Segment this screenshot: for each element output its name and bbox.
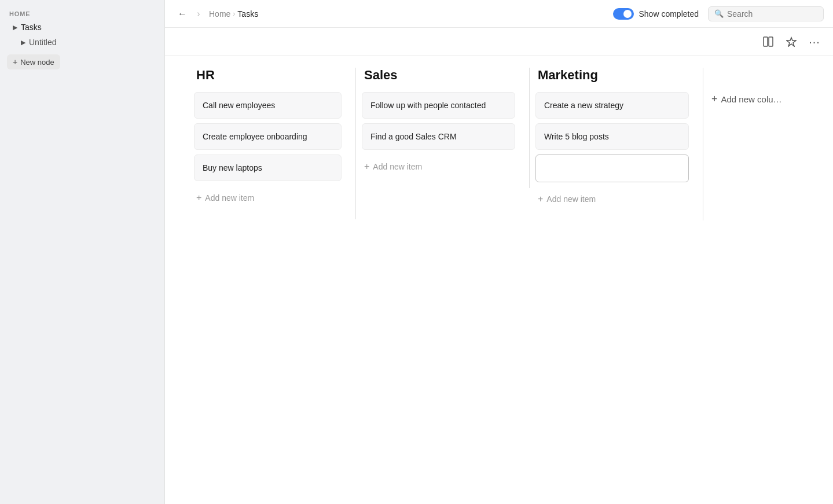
add-plus-icon: + [364,161,369,172]
view-columns-button[interactable] [759,32,777,51]
add-item-button-hr[interactable]: +Add new item [194,188,342,208]
search-input[interactable] [727,9,817,19]
new-node-label: New node [20,58,54,67]
card-sales-0[interactable]: Follow up with people contacted [362,92,515,119]
sidebar-item-untitled[interactable]: ▶ Untitled [3,35,161,50]
toolbar: ··· [165,28,833,56]
more-button[interactable]: ··· [805,32,824,51]
add-column-plus-icon: + [711,93,718,105]
new-node-plus-icon: + [13,57,17,67]
star-button[interactable] [782,32,801,51]
new-node-button[interactable]: + New node [7,54,60,69]
add-item-label-marketing: Add new item [546,194,596,204]
show-completed-toggle-wrapper[interactable]: Show completed [613,8,699,20]
breadcrumb-current: Tasks [237,9,258,19]
sidebar-untitled-label: Untitled [29,38,56,47]
star-icon [786,36,797,47]
columns-icon [763,36,773,47]
show-completed-toggle[interactable] [613,8,634,20]
card-hr-2[interactable]: Buy new laptops [194,154,342,181]
more-icon: ··· [809,35,820,49]
add-item-button-sales[interactable]: +Add new item [362,157,515,176]
column-title-marketing: Marketing [535,68,689,83]
add-plus-icon: + [538,194,543,204]
column-title-sales: Sales [362,68,515,83]
svg-marker-2 [787,38,796,46]
add-item-button-marketing[interactable]: +Add new item [535,189,689,209]
column-title-hr: HR [194,68,342,83]
add-column-button[interactable]: +Add new colu… [703,90,790,109]
add-column-label: Add new colu… [721,94,782,104]
forward-button[interactable]: › [190,6,207,22]
add-item-label-hr: Add new item [205,193,254,203]
top-nav: ← › Home › Tasks Show completed 🔍 [165,0,833,28]
tasks-arrow-icon: ▶ [13,24,17,31]
card-sales-1[interactable]: Find a good Sales CRM [362,123,515,150]
sidebar-tasks-label: Tasks [21,23,42,32]
svg-rect-0 [764,37,768,46]
untitled-arrow-icon: ▶ [21,39,25,46]
svg-rect-1 [769,37,773,46]
card-hr-1[interactable]: Create employee onboarding [194,123,342,150]
card-marketing-2[interactable] [535,154,689,182]
sidebar-item-tasks[interactable]: ▶ Tasks [3,20,161,35]
search-box[interactable]: 🔍 [708,6,824,21]
breadcrumb-home[interactable]: Home [209,9,230,19]
card-hr-0[interactable]: Call new employees [194,92,342,119]
column-sales: SalesFollow up with people contactedFind… [356,68,530,188]
board: HRCall new employeesCreate employee onbo… [165,56,833,504]
column-marketing: MarketingCreate a new strategyWrite 5 bl… [530,68,703,220]
card-marketing-0[interactable]: Create a new strategy [535,92,689,119]
sidebar-home-label: HOME [0,6,164,20]
main-content: ← › Home › Tasks Show completed 🔍 [165,0,833,504]
search-icon: 🔍 [714,9,724,18]
column-hr: HRCall new employeesCreate employee onbo… [182,68,356,219]
breadcrumb-separator: › [233,10,235,18]
card-marketing-1[interactable]: Write 5 blog posts [535,123,689,150]
back-button[interactable]: ← [174,6,190,22]
breadcrumb: Home › Tasks [209,9,258,19]
toggle-thumb [623,10,632,18]
add-plus-icon: + [196,193,201,203]
show-completed-label: Show completed [638,9,699,19]
add-item-label-sales: Add new item [373,162,422,171]
sidebar: HOME ▶ Tasks ▶ Untitled + New node [0,0,165,504]
